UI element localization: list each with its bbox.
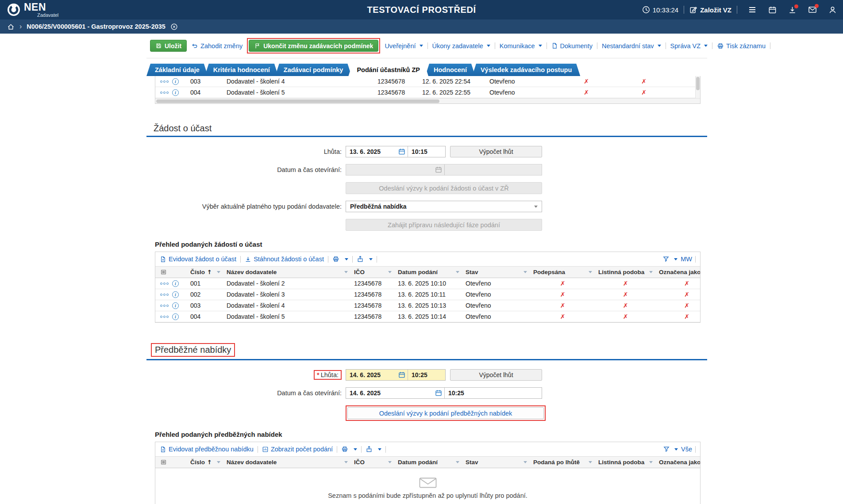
print-table-icon[interactable] (341, 446, 348, 453)
tab-vysledek-zadavaciho-postupu[interactable]: Výsledek zadávacího postupu (472, 64, 580, 76)
filter-caret-icon[interactable] (524, 461, 527, 463)
filter-caret-icon[interactable] (456, 271, 459, 273)
filter-caret-icon[interactable] (589, 271, 592, 273)
col-podepsana[interactable]: Podepsána (530, 269, 595, 275)
info-icon[interactable] (172, 291, 179, 298)
deadline-time-input[interactable]: 10:25 (408, 371, 445, 378)
table-row[interactable]: 004 Dodavatel - školení 5 12345678 13. 6… (155, 311, 700, 322)
caret-down-icon[interactable] (674, 258, 677, 260)
col-oznacena[interactable]: Označena jako nep (656, 459, 700, 466)
col-stav[interactable]: Stav (462, 269, 530, 275)
info-icon[interactable] (172, 89, 179, 96)
print-table-icon[interactable] (332, 256, 339, 263)
filter-caret-icon[interactable] (388, 461, 392, 463)
horizontal-scrollbar[interactable] (155, 98, 700, 103)
register-request-button[interactable]: Evidovat žádost o účast (160, 256, 236, 263)
col-datum-podani[interactable]: Datum podání (395, 459, 462, 466)
row-actions-icon[interactable] (160, 80, 169, 83)
tab-hodnoceni[interactable]: Hodnocení (425, 64, 475, 76)
show-submission-count-button[interactable]: Zobrazit počet podání (262, 446, 333, 453)
col-ico[interactable]: IČO (351, 459, 395, 466)
info-icon[interactable] (172, 78, 179, 85)
close-record-icon[interactable] (170, 23, 178, 31)
col-oznacena[interactable]: Označena jako ne (656, 269, 700, 275)
sort-asc-icon[interactable]: ↑ (207, 459, 212, 466)
deadline-time-input[interactable]: 10:15 (408, 148, 445, 155)
downloads-icon[interactable] (788, 6, 797, 14)
tab-zakladni-udaje[interactable]: Základní údaje (146, 64, 208, 76)
table-row[interactable]: 003 Dodavatel - školení 4 12345678 12. 6… (155, 76, 700, 87)
view-selector[interactable]: MW (681, 256, 692, 263)
brand[interactable]: NEN Zadavatel (7, 2, 58, 18)
filter-caret-icon[interactable] (217, 461, 220, 463)
filter-caret-icon[interactable] (524, 271, 527, 273)
deadline-date-input[interactable]: 14. 6. 2025 (346, 371, 396, 378)
tab-kriteria-hodnoceni[interactable]: Kritéria hodnocení (205, 64, 278, 76)
menu-publish[interactable]: Uveřejnění (385, 42, 423, 50)
filter-caret-icon[interactable] (456, 461, 459, 463)
col-listinna-podoba[interactable]: Listinná podoba (595, 459, 656, 466)
create-vz-button[interactable]: Založit VZ (689, 6, 731, 14)
finish-terms-change-button[interactable]: Ukončit změnu zadávacích podmínek (249, 40, 378, 52)
menu-contracting-actions[interactable]: Úkony zadavatele (432, 42, 490, 50)
caret-down-icon[interactable] (369, 258, 373, 260)
menu-vz-admin[interactable]: Správa VZ (670, 42, 708, 50)
view-selector[interactable]: Vše (681, 446, 692, 453)
print-record-button[interactable]: Tisk záznamu (717, 42, 766, 50)
row-actions-icon[interactable] (160, 316, 169, 318)
filter-icon[interactable] (662, 256, 670, 263)
save-button[interactable]: Uložit (150, 40, 187, 52)
col-stav[interactable]: Stav (462, 459, 530, 466)
caret-down-icon[interactable] (378, 448, 381, 451)
breadcrumb-item[interactable]: N006/25/V00005601 - Gastroprovoz 2025-20… (27, 23, 166, 30)
caret-down-icon[interactable] (345, 258, 348, 260)
scrollbar-thumb[interactable] (156, 99, 439, 103)
opening-date-input[interactable]: 14. 6. 2025 (346, 389, 433, 397)
home-icon[interactable] (7, 23, 15, 31)
prelim-opening-field[interactable]: 14. 6. 2025 10:25 (346, 387, 542, 399)
calc-deadlines-button[interactable]: Výpočet lhůt (450, 146, 542, 157)
filter-caret-icon[interactable] (388, 271, 392, 273)
table-row[interactable]: 002 Dodavatel - školení 3 12345678 13. 6… (155, 289, 700, 300)
sort-asc-icon[interactable]: ↑ (207, 269, 212, 275)
caret-down-icon[interactable] (354, 448, 357, 451)
export-icon[interactable] (357, 256, 364, 263)
menu-documents[interactable]: Dokumenty (551, 42, 593, 50)
menu-icon[interactable] (748, 5, 757, 14)
row-actions-icon[interactable] (160, 283, 169, 285)
col-nazev-dodavatele[interactable]: Název dodavatele (223, 269, 351, 275)
filter-caret-icon[interactable] (589, 461, 592, 463)
filter-icon[interactable] (663, 446, 670, 453)
calendar-icon[interactable] (768, 6, 777, 14)
column-settings-icon[interactable] (160, 269, 167, 275)
col-podana-po-lhute[interactable]: Podaná po lhůtě (530, 459, 595, 466)
tab-podani-ucastniku-zp[interactable]: Podání účastníků ZP (348, 64, 428, 76)
messages-icon[interactable] (808, 5, 817, 14)
row-actions-icon[interactable] (160, 92, 169, 94)
deadline-date-input[interactable]: 13. 6. 2025 (346, 148, 396, 155)
info-icon[interactable] (172, 313, 179, 320)
row-actions-icon[interactable] (160, 294, 169, 296)
opening-time-input[interactable]: 10:25 (445, 389, 542, 397)
download-requests-button[interactable]: Stáhnout žádosti o účast (245, 256, 324, 263)
table-row[interactable]: 004 Dodavatel - školení 5 12345678 12. 6… (155, 87, 700, 98)
send-prelim-invitation-button[interactable]: Odeslání výzvy k podání předběžných nabí… (347, 407, 544, 419)
col-ico[interactable]: IČO (351, 269, 395, 275)
caret-down-icon[interactable] (674, 448, 678, 451)
calendar-icon[interactable] (433, 389, 444, 397)
filter-caret-icon[interactable] (344, 461, 348, 463)
filter-caret-icon[interactable] (344, 271, 348, 273)
deadline-field[interactable]: 13. 6. 2025 10:15 (346, 146, 446, 157)
register-prelim-offer-button[interactable]: Evidovat předběžnou nabídku (160, 446, 254, 453)
calc-deadlines-button[interactable]: Výpočet lhůt (450, 369, 542, 381)
tab-zadavaci-podminky[interactable]: Zadávací podmínky (275, 64, 352, 76)
calendar-icon[interactable] (396, 148, 408, 155)
vertical-scrollbar[interactable] (695, 76, 700, 98)
col-cislo[interactable]: Číslo↑ (187, 269, 223, 275)
filter-caret-icon[interactable] (649, 271, 653, 273)
info-icon[interactable] (172, 280, 179, 287)
calendar-icon[interactable] (396, 371, 408, 378)
col-cislo[interactable]: Číslo↑ (187, 459, 223, 466)
discard-changes-button[interactable]: Zahodit změny (191, 42, 243, 50)
col-listinna-podoba[interactable]: Listinná podoba (595, 269, 656, 275)
